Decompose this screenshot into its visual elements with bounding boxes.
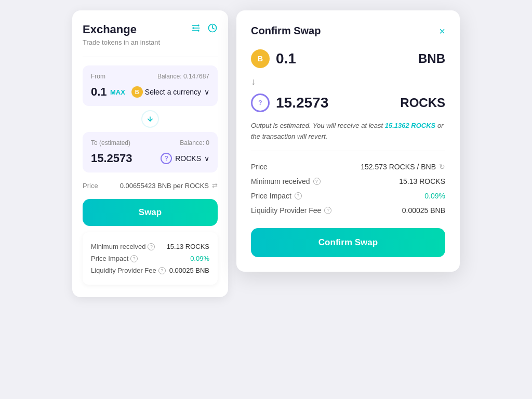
settings-icon[interactable] (191, 23, 201, 36)
confirm-bnb-icon: B (251, 49, 270, 68)
max-button[interactable]: MAX (110, 88, 125, 96)
minimum-received-label: Minimum received ? (91, 243, 155, 250)
from-box-header: From Balance: 0.147687 (91, 73, 209, 80)
from-label: From (91, 73, 105, 80)
confirm-swap-panel: Confirm Swap × B 0.1 BNB ↓ ? 15.2573 ROC… (236, 10, 460, 272)
svg-point-4 (192, 27, 194, 29)
price-impact-label: Price Impact ? (91, 255, 138, 262)
rocks-question-icon: ? (161, 153, 172, 164)
from-token-box: From Balance: 0.147687 0.1 MAX B Select … (83, 65, 218, 106)
svg-point-5 (197, 30, 199, 31)
confirm-liquidity-help-icon[interactable]: ? (324, 207, 331, 214)
chevron-down-icon: ∨ (204, 88, 209, 96)
to-box-row: 15.2573 ? ROCKS ∨ (91, 152, 209, 165)
confirm-price-label: Price (251, 163, 268, 171)
confirm-liquidity-fee-label: Liquidity Provider Fee ? (251, 206, 331, 215)
confirm-price-impact-label: Price Impact ? (251, 192, 302, 200)
confirm-from-row: B 0.1 BNB (251, 49, 445, 68)
confirm-from-left: B 0.1 (251, 49, 296, 68)
confirm-liquidity-fee-value: 0.00025 BNB (402, 206, 445, 215)
minimum-received-row: Minimum received ? 15.13 ROCKS (91, 241, 209, 252)
confirm-from-amount: 0.1 (276, 50, 296, 67)
confirm-price-row: Price 152.573 ROCKS / BNB ↻ (251, 159, 445, 174)
confirm-minimum-received-value: 15.13 ROCKS (399, 177, 445, 185)
swap-direction-icon[interactable]: ⇄ (212, 182, 218, 190)
price-label: Price (83, 182, 98, 190)
confirm-to-left: ? 15.2573 (251, 94, 328, 112)
confirm-minimum-received-row: Minimum received ? 15.13 ROCKS (251, 174, 445, 189)
rocks-selector[interactable]: ? ROCKS ∨ (161, 153, 209, 164)
price-impact-row: Price Impact ? 0.09% (91, 252, 209, 264)
price-value: 0.00655423 BNB per ROCKS ⇄ (120, 182, 218, 190)
confirm-to-row: ? 15.2573 ROCKS (251, 94, 445, 112)
minimum-received-value: 15.13 ROCKS (167, 243, 209, 250)
close-button[interactable]: × (439, 26, 445, 36)
minimum-received-help-icon[interactable]: ? (148, 243, 155, 250)
confirm-notice: Output is estimated. You will receive at… (251, 121, 445, 151)
confirm-arrow-down: ↓ (251, 72, 445, 91)
confirm-rocks-icon: ? (251, 94, 270, 112)
confirm-header: Confirm Swap × (251, 25, 445, 37)
bnb-logo-icon: B (131, 86, 143, 98)
confirm-title: Confirm Swap (251, 25, 321, 37)
liquidity-fee-help-icon[interactable]: ? (158, 267, 166, 274)
confirm-price-impact-row: Price Impact ? 0.09% (251, 189, 445, 203)
to-balance: Balance: 0 (180, 139, 209, 147)
confirm-price-impact-help-icon[interactable]: ? (295, 192, 302, 200)
title-section: Exchange (83, 23, 137, 36)
confirm-minimum-help-icon[interactable]: ? (313, 178, 321, 185)
confirm-liquidity-fee-row: Liquidity Provider Fee ? 0.00025 BNB (251, 203, 445, 218)
to-box-header: To (estimated) Balance: 0 (91, 139, 209, 147)
swap-info-panel: Minimum received ? 15.13 ROCKS Price Imp… (83, 232, 218, 285)
exchange-subtitle: Trade tokens in an instant (83, 38, 218, 46)
swap-direction-button[interactable] (141, 110, 159, 128)
confirm-notice-highlight: 15.1362 ROCKS (385, 122, 436, 129)
confirm-to-symbol: ROCKS (400, 96, 445, 110)
liquidity-fee-value: 0.00025 BNB (169, 267, 209, 274)
header-divider (83, 57, 218, 57)
from-amount[interactable]: 0.1 (91, 85, 107, 99)
price-impact-help-icon[interactable]: ? (130, 255, 138, 262)
confirm-details: Price 152.573 ROCKS / BNB ↻ Minimum rece… (251, 159, 445, 218)
swap-button[interactable]: Swap (83, 199, 218, 226)
from-box-row: 0.1 MAX B Select a currency ∨ (91, 85, 209, 99)
confirm-price-value: 152.573 ROCKS / BNB ↻ (361, 163, 445, 171)
price-impact-value: 0.09% (190, 255, 209, 262)
from-controls: MAX B Select a currency ∨ (110, 86, 209, 98)
price-row: Price 0.00655423 BNB per ROCKS ⇄ (83, 177, 218, 195)
confirm-price-impact-value: 0.09% (424, 192, 445, 200)
to-amount[interactable]: 15.2573 (91, 152, 132, 165)
swap-arrow-container (83, 110, 218, 128)
history-icon[interactable] (207, 23, 218, 36)
exchange-panel: Exchange Trade toke (72, 10, 228, 297)
to-token-box: To (estimated) Balance: 0 15.2573 ? ROCK… (83, 132, 218, 172)
confirm-to-amount: 15.2573 (276, 95, 328, 111)
confirm-from-symbol: BNB (418, 51, 445, 66)
from-balance: Balance: 0.147687 (157, 73, 209, 80)
chevron-down-icon: ∨ (204, 154, 209, 163)
confirm-minimum-received-label: Minimum received ? (251, 177, 321, 185)
header-icons (191, 23, 218, 36)
exchange-header: Exchange (83, 23, 218, 36)
exchange-title: Exchange (83, 23, 137, 36)
svg-point-3 (197, 24, 199, 26)
to-label: To (estimated) (91, 139, 130, 147)
currency-selector[interactable]: Select a currency ∨ (145, 88, 209, 96)
liquidity-fee-row: Liquidity Provider Fee ? 0.00025 BNB (91, 264, 209, 276)
liquidity-fee-label: Liquidity Provider Fee ? (91, 267, 166, 274)
confirm-swap-button[interactable]: Confirm Swap (251, 228, 445, 257)
refresh-icon[interactable]: ↻ (439, 163, 445, 171)
